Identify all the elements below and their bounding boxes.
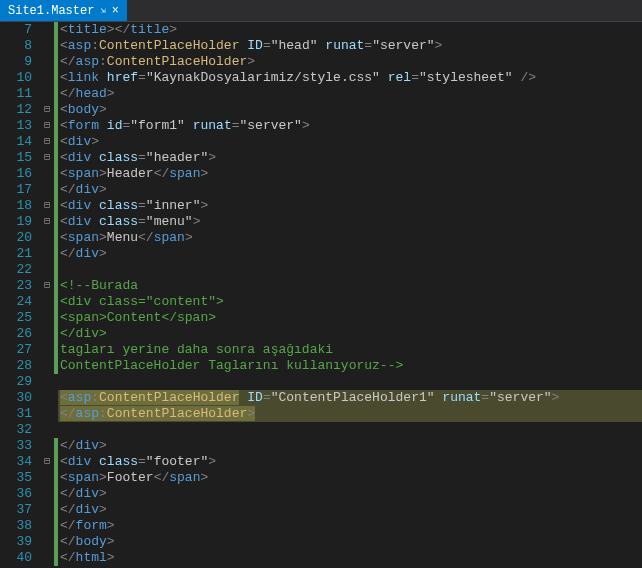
code-text[interactable]: <span>Footer</span> bbox=[58, 470, 642, 486]
code-line[interactable]: 10 <link href="KaynakDosyalarimiz/style.… bbox=[0, 70, 642, 86]
line-number: 14 bbox=[0, 134, 40, 150]
code-text[interactable]: </div> bbox=[58, 326, 642, 342]
code-text[interactable]: </asp:ContentPlaceHolder> bbox=[58, 54, 642, 70]
code-line[interactable]: 17 </div> bbox=[0, 182, 642, 198]
fold-toggle-icon[interactable]: ⊟ bbox=[40, 198, 54, 214]
code-text[interactable] bbox=[58, 374, 642, 390]
fold-toggle-icon bbox=[40, 502, 54, 518]
fold-toggle-icon bbox=[40, 262, 54, 278]
line-number: 35 bbox=[0, 470, 40, 486]
code-line[interactable]: 31 </asp:ContentPlaceHolder> bbox=[0, 406, 642, 422]
code-line[interactable]: 36 </div> bbox=[0, 486, 642, 502]
code-line[interactable]: 20 <span>Menu</span> bbox=[0, 230, 642, 246]
code-text[interactable]: <div class="header"> bbox=[58, 150, 642, 166]
code-lines: 7 <title></title>8 <asp:ContentPlaceHold… bbox=[0, 22, 642, 568]
line-number: 22 bbox=[0, 262, 40, 278]
code-line[interactable]: 18⊟ <div class="inner"> bbox=[0, 198, 642, 214]
code-line[interactable]: 11 </head> bbox=[0, 86, 642, 102]
code-text[interactable]: <asp:ContentPlaceHolder ID="head" runat=… bbox=[58, 38, 642, 54]
code-line[interactable]: 34⊟ <div class="footer"> bbox=[0, 454, 642, 470]
code-text[interactable]: <asp:ContentPlaceHolder ID="ContentPlace… bbox=[58, 390, 642, 406]
code-line[interactable]: 22 bbox=[0, 262, 642, 278]
code-line[interactable]: 19⊟ <div class="menu"> bbox=[0, 214, 642, 230]
code-text[interactable]: <div class="menu"> bbox=[58, 214, 642, 230]
code-line[interactable]: 27 tagları yerine daha sonra aşağıdaki bbox=[0, 342, 642, 358]
fold-toggle-icon bbox=[40, 470, 54, 486]
code-text[interactable]: <span>Content</span> bbox=[58, 310, 642, 326]
code-line[interactable]: 37 </div> bbox=[0, 502, 642, 518]
code-line[interactable]: 16 <span>Header</span> bbox=[0, 166, 642, 182]
close-icon[interactable]: × bbox=[112, 4, 119, 18]
code-line[interactable]: 14⊟ <div> bbox=[0, 134, 642, 150]
code-text[interactable]: <!--Burada bbox=[58, 278, 642, 294]
fold-toggle-icon[interactable]: ⊟ bbox=[40, 278, 54, 294]
code-text[interactable]: </asp:ContentPlaceHolder> bbox=[58, 406, 642, 422]
line-number: 40 bbox=[0, 550, 40, 566]
fold-toggle-icon bbox=[40, 182, 54, 198]
code-text[interactable]: <title></title> bbox=[58, 22, 642, 38]
code-text[interactable] bbox=[58, 422, 642, 438]
fold-toggle-icon[interactable]: ⊟ bbox=[40, 118, 54, 134]
line-number: 38 bbox=[0, 518, 40, 534]
code-text[interactable]: <div class="content"> bbox=[58, 294, 642, 310]
code-line[interactable]: 32 bbox=[0, 422, 642, 438]
code-line[interactable]: 21 </div> bbox=[0, 246, 642, 262]
fold-toggle-icon[interactable]: ⊟ bbox=[40, 454, 54, 470]
line-number: 26 bbox=[0, 326, 40, 342]
line-number: 32 bbox=[0, 422, 40, 438]
fold-toggle-icon[interactable]: ⊟ bbox=[40, 150, 54, 166]
code-line[interactable]: 9 </asp:ContentPlaceHolder> bbox=[0, 54, 642, 70]
fold-toggle-icon[interactable]: ⊟ bbox=[40, 134, 54, 150]
code-text[interactable]: <div> bbox=[58, 134, 642, 150]
code-text[interactable] bbox=[58, 262, 642, 278]
code-line[interactable]: 30 <asp:ContentPlaceHolder ID="ContentPl… bbox=[0, 390, 642, 406]
code-line[interactable]: 40 </html> bbox=[0, 550, 642, 566]
code-text[interactable]: </html> bbox=[58, 550, 642, 566]
code-line[interactable]: 35 <span>Footer</span> bbox=[0, 470, 642, 486]
code-text[interactable]: ContentPlaceHolder Taglarını kullanıyoru… bbox=[58, 358, 642, 374]
tab-active[interactable]: Site1.Master ⇲ × bbox=[0, 0, 127, 21]
code-line[interactable]: 38 </form> bbox=[0, 518, 642, 534]
code-line[interactable]: 12⊟ <body> bbox=[0, 102, 642, 118]
fold-toggle-icon bbox=[40, 54, 54, 70]
code-text[interactable]: <form id="form1" runat="server"> bbox=[58, 118, 642, 134]
fold-toggle-icon[interactable]: ⊟ bbox=[40, 214, 54, 230]
code-text[interactable]: <span>Menu</span> bbox=[58, 230, 642, 246]
code-editor[interactable]: 7 <title></title>8 <asp:ContentPlaceHold… bbox=[0, 22, 642, 568]
code-line[interactable]: 39 </body> bbox=[0, 534, 642, 550]
fold-toggle-icon bbox=[40, 38, 54, 54]
code-line[interactable]: 7 <title></title> bbox=[0, 22, 642, 38]
code-text[interactable]: tagları yerine daha sonra aşağıdaki bbox=[58, 342, 642, 358]
code-line[interactable]: 29 bbox=[0, 374, 642, 390]
code-line[interactable]: 24 <div class="content"> bbox=[0, 294, 642, 310]
code-line[interactable]: 13⊟ <form id="form1" runat="server"> bbox=[0, 118, 642, 134]
code-line[interactable]: 26 </div> bbox=[0, 326, 642, 342]
pin-icon[interactable]: ⇲ bbox=[100, 5, 105, 16]
code-text[interactable]: </div> bbox=[58, 246, 642, 262]
code-text[interactable]: <div class="inner"> bbox=[58, 198, 642, 214]
fold-toggle-icon bbox=[40, 326, 54, 342]
code-text[interactable]: </div> bbox=[58, 182, 642, 198]
fold-toggle-icon bbox=[40, 358, 54, 374]
code-text[interactable]: <div class="footer"> bbox=[58, 454, 642, 470]
code-text[interactable]: </div> bbox=[58, 486, 642, 502]
code-text[interactable]: </form> bbox=[58, 518, 642, 534]
code-text[interactable]: </head> bbox=[58, 86, 642, 102]
code-text[interactable]: </body> bbox=[58, 534, 642, 550]
line-number: 23 bbox=[0, 278, 40, 294]
fold-toggle-icon bbox=[40, 374, 54, 390]
line-number: 34 bbox=[0, 454, 40, 470]
code-text[interactable]: </div> bbox=[58, 502, 642, 518]
line-number: 16 bbox=[0, 166, 40, 182]
code-text[interactable]: </div> bbox=[58, 438, 642, 454]
code-line[interactable]: 8 <asp:ContentPlaceHolder ID="head" runa… bbox=[0, 38, 642, 54]
code-text[interactable]: <link href="KaynakDosyalarimiz/style.css… bbox=[58, 70, 642, 86]
code-line[interactable]: 15⊟ <div class="header"> bbox=[0, 150, 642, 166]
code-text[interactable]: <body> bbox=[58, 102, 642, 118]
code-line[interactable]: 25 <span>Content</span> bbox=[0, 310, 642, 326]
code-text[interactable]: <span>Header</span> bbox=[58, 166, 642, 182]
code-line[interactable]: 28 ContentPlaceHolder Taglarını kullanıy… bbox=[0, 358, 642, 374]
fold-toggle-icon[interactable]: ⊟ bbox=[40, 102, 54, 118]
code-line[interactable]: 23⊟ <!--Burada bbox=[0, 278, 642, 294]
code-line[interactable]: 33 </div> bbox=[0, 438, 642, 454]
